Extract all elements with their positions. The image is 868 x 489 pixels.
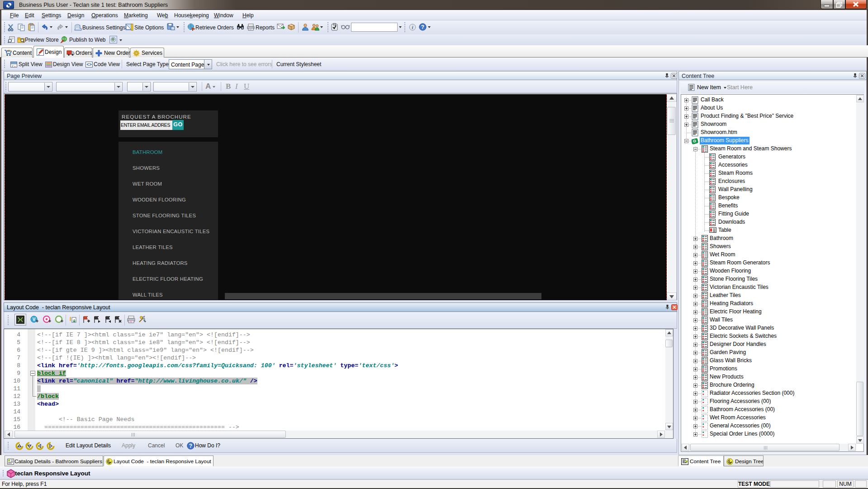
svg-text:<>: <> [86, 62, 92, 67]
svg-text:?: ? [421, 24, 424, 30]
svg-text:?: ? [189, 443, 192, 449]
svg-text:V: V [33, 317, 36, 322]
svg-text:I: I [70, 316, 71, 322]
